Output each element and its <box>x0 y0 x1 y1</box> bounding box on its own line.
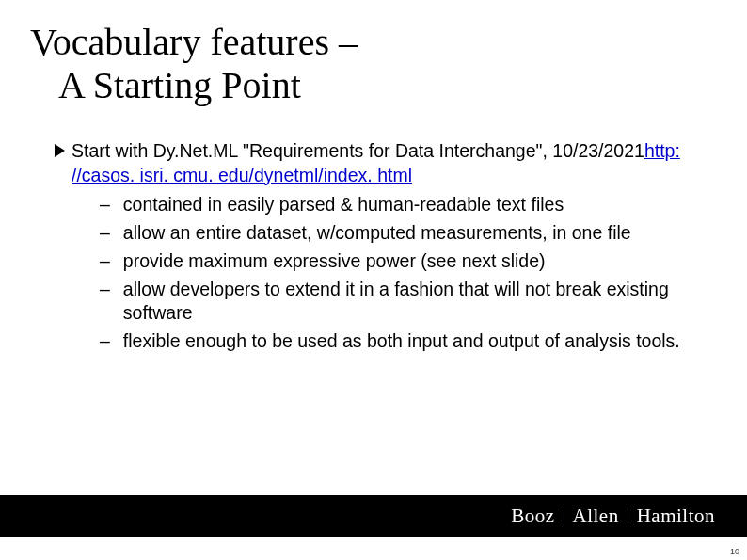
list-item: – contained in easily parsed & human-rea… <box>100 193 704 217</box>
sub-bullet-text: allow an entire dataset, w/computed meas… <box>123 221 704 246</box>
logo-separator <box>628 507 628 526</box>
slide-body: Start with Dy.Net.ML "Requirements for D… <box>55 139 704 358</box>
slide: Vocabulary features – A Starting Point S… <box>0 0 747 560</box>
dash-bullet-icon: – <box>100 221 110 246</box>
sub-bullet-text: provide maximum expressive power (see ne… <box>123 249 704 274</box>
list-item: – flexible enough to be used as both inp… <box>100 329 704 354</box>
triangle-bullet-icon <box>55 139 68 358</box>
dash-bullet-icon: – <box>100 278 110 326</box>
sub-bullet-list: – contained in easily parsed & human-rea… <box>72 193 704 353</box>
list-item: – provide maximum expressive power (see … <box>100 249 704 274</box>
list-item: – allow an entire dataset, w/computed me… <box>100 221 704 246</box>
sub-bullet-text: flexible enough to be used as both input… <box>123 329 704 354</box>
top-bullet: Start with Dy.Net.ML "Requirements for D… <box>55 139 704 358</box>
dash-bullet-icon: – <box>100 329 110 354</box>
bullet-lead-text: Start with Dy.Net.ML "Requirements for D… <box>72 140 644 161</box>
list-item: – allow developers to extend it in a fas… <box>100 278 704 326</box>
logo-part-2: Allen <box>573 504 619 528</box>
page-number: 10 <box>730 547 739 556</box>
dash-bullet-icon: – <box>100 193 110 217</box>
footer-bar: Booz Allen Hamilton <box>0 495 747 537</box>
sub-bullet-text: allow developers to extend it in a fashi… <box>123 278 704 326</box>
slide-title: Vocabulary features – A Starting Point <box>30 21 709 107</box>
title-line-2: A Starting Point <box>30 64 709 107</box>
logo-separator <box>564 507 564 526</box>
dash-bullet-icon: – <box>100 249 110 274</box>
top-bullet-content: Start with Dy.Net.ML "Requirements for D… <box>72 139 704 358</box>
booz-allen-hamilton-logo: Booz Allen Hamilton <box>511 504 715 528</box>
logo-part-3: Hamilton <box>637 504 715 528</box>
logo-part-1: Booz <box>511 504 554 528</box>
title-line-1: Vocabulary features – <box>30 21 358 63</box>
svg-marker-0 <box>55 144 65 157</box>
sub-bullet-text: contained in easily parsed & human-reada… <box>123 193 704 217</box>
